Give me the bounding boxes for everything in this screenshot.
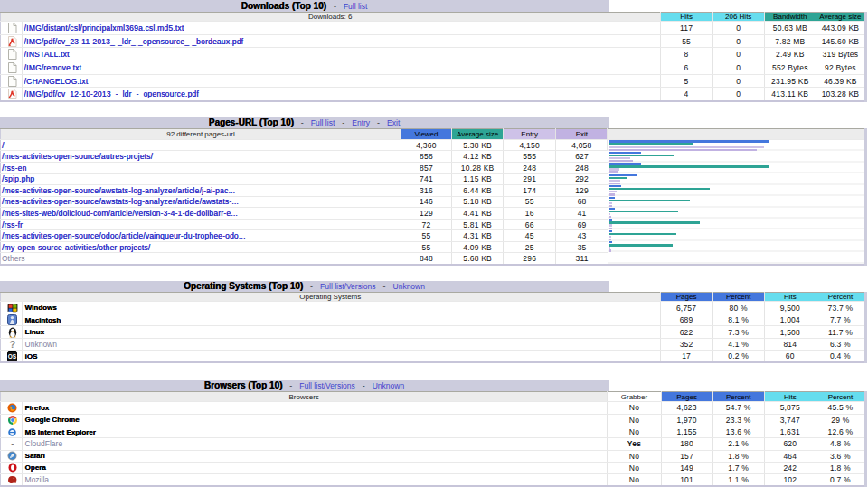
svg-text:OS: OS [8, 353, 17, 360]
